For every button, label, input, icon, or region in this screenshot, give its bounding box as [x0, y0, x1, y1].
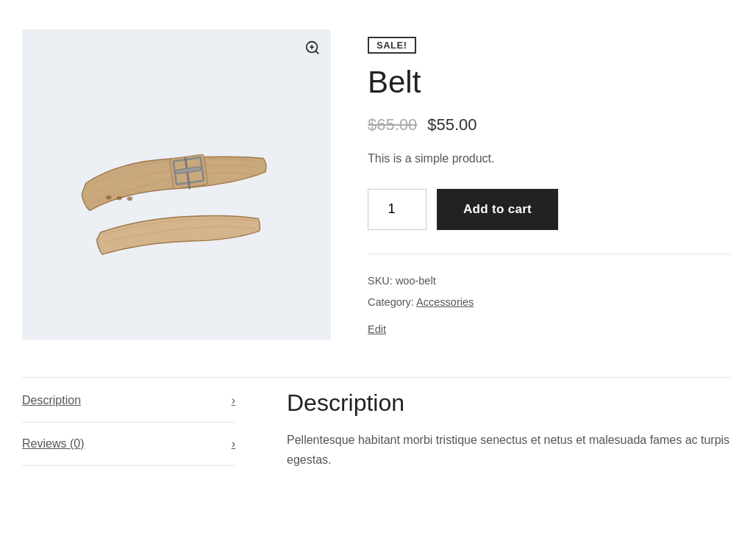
tabs-sidebar: Description › Reviews (0) › — [22, 378, 250, 470]
sale-price: $55.00 — [427, 115, 477, 134]
tab-reviews[interactable]: Reviews (0) › — [22, 423, 235, 466]
original-price: $65.00 — [368, 115, 417, 134]
tab-description-chevron: › — [232, 394, 235, 407]
product-short-description: This is a simple product. — [368, 149, 731, 168]
svg-point-6 — [126, 197, 132, 202]
product-top: SALE! Belt $65.00 $55.00 This is a simpl… — [22, 15, 731, 370]
tab-content-title: Description — [287, 390, 731, 417]
svg-line-1 — [315, 51, 318, 54]
product-details: SALE! Belt $65.00 $55.00 This is a simpl… — [368, 29, 731, 340]
add-to-cart-button[interactable]: Add to cart — [437, 189, 558, 230]
page-wrapper: SALE! Belt $65.00 $55.00 This is a simpl… — [0, 0, 753, 484]
zoom-icon[interactable] — [304, 40, 321, 60]
edit-link[interactable]: Edit — [368, 319, 386, 340]
edit-row: Edit — [368, 313, 731, 340]
product-image — [66, 111, 287, 258]
sku-value: woo-belt — [396, 275, 436, 287]
tab-reviews-chevron: › — [232, 437, 235, 450]
price-area: $65.00 $55.00 — [368, 115, 731, 134]
sku-row: SKU: woo-belt — [368, 270, 731, 292]
product-bottom: Description › Reviews (0) › Description … — [22, 377, 731, 470]
tab-content: Description Pellentesque habitant morbi … — [250, 378, 731, 470]
tab-content-text: Pellentesque habitant morbi tristique se… — [287, 430, 731, 470]
quantity-input[interactable] — [368, 189, 427, 230]
category-link[interactable]: Accessories — [416, 296, 474, 308]
category-label: Category: — [368, 296, 414, 308]
product-image-area — [22, 29, 331, 340]
tab-reviews-label: Reviews (0) — [22, 437, 84, 450]
product-title: Belt — [368, 64, 731, 101]
add-to-cart-row: Add to cart — [368, 189, 731, 230]
tab-description[interactable]: Description › — [22, 378, 235, 423]
product-meta: SKU: woo-belt Category: Accessories Edit — [368, 254, 731, 340]
tab-description-label: Description — [22, 394, 81, 407]
category-row: Category: Accessories — [368, 292, 731, 313]
sku-label: SKU: — [368, 275, 393, 287]
sale-badge: SALE! — [368, 37, 416, 54]
